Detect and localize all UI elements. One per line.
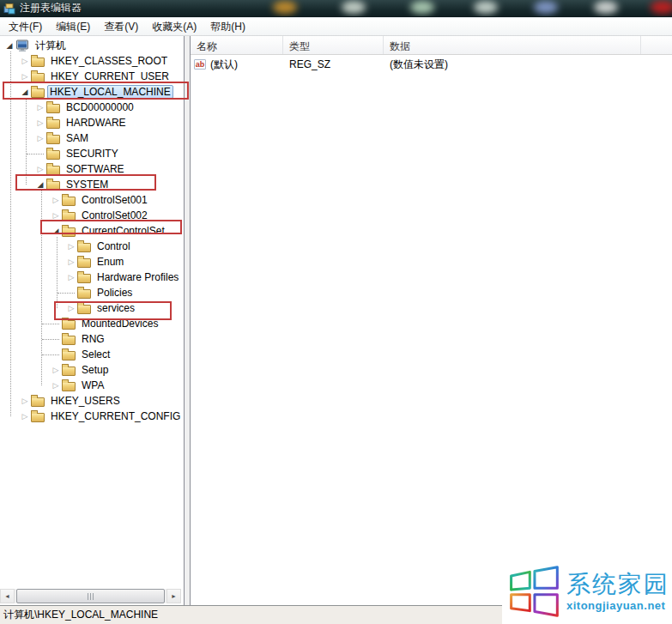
registry-editor-window: 注册表编辑器 文件(F)编辑(E)查看(V)收藏夹(A)帮助(H) ◢计算机▷H… xyxy=(0,0,672,624)
tree-horizontal-scrollbar[interactable]: ◄ ► xyxy=(0,589,181,603)
tree-item-label: RNG xyxy=(79,332,107,346)
expand-closed-icon[interactable]: ▷ xyxy=(50,194,62,206)
expand-closed-icon[interactable]: ▷ xyxy=(34,163,46,175)
tree-item-label: HARDWARE xyxy=(64,116,129,130)
expand-closed-icon[interactable]: ▷ xyxy=(65,302,77,314)
scroll-left-button[interactable]: ◄ xyxy=(0,589,15,603)
expand-closed-icon[interactable]: ▷ xyxy=(34,101,46,113)
tree-item-HARDWARE[interactable]: ▷HARDWARE xyxy=(0,115,184,130)
menu-item[interactable]: 查看(V) xyxy=(97,17,145,37)
watermark-site-name: 系统家园 xyxy=(566,573,669,597)
tree-item-label: SAM xyxy=(64,131,91,145)
tree-item-ControlSet001[interactable]: ▷ControlSet001 xyxy=(0,192,184,208)
title-bar: 注册表编辑器 xyxy=(0,0,672,17)
menu-item[interactable]: 帮助(H) xyxy=(203,17,252,37)
folder-icon xyxy=(77,289,91,299)
expand-closed-icon[interactable]: ▷ xyxy=(50,364,62,376)
folder-icon xyxy=(77,258,91,268)
expand-open-icon[interactable]: ◢ xyxy=(19,86,31,98)
column-header[interactable]: 数据 xyxy=(384,36,641,54)
expand-closed-icon[interactable]: ▷ xyxy=(19,395,31,407)
tree-item-label: WPA xyxy=(79,379,106,392)
value-data-cell: (数值未设置) xyxy=(384,58,641,72)
windows-logo-icon xyxy=(506,563,562,620)
folder-icon xyxy=(62,197,76,206)
panel-splitter[interactable] xyxy=(184,36,191,605)
expand-closed-icon[interactable]: ▷ xyxy=(65,240,77,252)
tree-item-label: HKEY_CURRENT_USER xyxy=(48,70,172,83)
folder-icon xyxy=(46,166,60,175)
tree-item-Select[interactable]: Select xyxy=(0,347,184,362)
folder-icon xyxy=(31,413,45,422)
tree-item-label: SOFTWARE xyxy=(64,162,127,176)
expand-closed-icon[interactable]: ▷ xyxy=(34,132,46,144)
folder-icon xyxy=(62,351,76,360)
folder-icon xyxy=(77,243,91,252)
folder-icon xyxy=(46,150,60,160)
menu-item[interactable]: 文件(F) xyxy=(2,17,49,37)
tree-item-SECURITY[interactable]: SECURITY xyxy=(0,146,184,161)
registry-value-row[interactable]: ab(默认)REG_SZ(数值未设置) xyxy=(191,57,672,72)
values-panel: 名称类型数据 ab(默认)REG_SZ(数值未设置) xyxy=(191,36,672,605)
tree-item-BCD00000000[interactable]: ▷BCD00000000 xyxy=(0,100,184,115)
tree-item-RNG[interactable]: RNG xyxy=(0,331,184,347)
menu-item[interactable]: 编辑(E) xyxy=(49,17,97,37)
desktop-blur-blob xyxy=(474,1,498,14)
scroll-right-button[interactable]: ► xyxy=(166,589,181,603)
scrollbar-thumb[interactable] xyxy=(16,589,165,603)
expand-closed-icon[interactable]: ▷ xyxy=(50,379,62,391)
tree-item-label: HKEY_USERS xyxy=(48,394,123,408)
folder-icon xyxy=(62,367,76,376)
tree-item-Policies[interactable]: Policies xyxy=(0,285,184,300)
tree-item-Enum[interactable]: ▷Enum xyxy=(0,254,184,270)
folder-icon xyxy=(31,58,45,67)
tree-item-services[interactable]: ▷services xyxy=(0,300,184,316)
folder-icon xyxy=(31,73,45,82)
expand-closed-icon[interactable]: ▷ xyxy=(19,410,31,422)
tree-item-label: ControlSet001 xyxy=(79,193,150,207)
tree-item-Control[interactable]: ▷Control xyxy=(0,239,184,254)
tree-item-label: ControlSet002 xyxy=(79,209,150,222)
tree-item-HKEY_LOCAL_MACHINE[interactable]: ◢HKEY_LOCAL_MACHINE xyxy=(0,84,184,100)
tree-item-SOFTWARE[interactable]: ▷SOFTWARE xyxy=(0,161,184,177)
expand-closed-icon[interactable]: ▷ xyxy=(34,117,46,129)
desktop-blur-blob xyxy=(594,1,618,14)
tree-item-MountedDevices[interactable]: MountedDevices xyxy=(0,316,184,331)
tree-item-计算机[interactable]: ◢计算机 xyxy=(0,38,184,53)
registry-app-icon xyxy=(3,3,15,15)
tree-item-Setup[interactable]: ▷Setup xyxy=(0,362,184,378)
folder-icon xyxy=(62,320,76,330)
folder-icon xyxy=(46,181,60,191)
tree-item-WPA[interactable]: ▷WPA xyxy=(0,378,184,393)
column-header[interactable]: 名称 xyxy=(191,36,283,54)
expand-open-icon[interactable]: ◢ xyxy=(50,225,62,237)
expand-closed-icon[interactable]: ▷ xyxy=(65,271,77,283)
expand-closed-icon[interactable]: ▷ xyxy=(50,209,62,221)
tree-item-HKEY_CURRENT_USER[interactable]: ▷HKEY_CURRENT_USER xyxy=(0,69,184,84)
tree-item-label: HKEY_CLASSES_ROOT xyxy=(48,54,170,68)
column-header-filler xyxy=(641,36,672,54)
tree-item-SYSTEM[interactable]: ◢SYSTEM xyxy=(0,177,184,192)
expand-closed-icon[interactable]: ▷ xyxy=(65,256,77,268)
tree-item-label: services xyxy=(94,301,137,315)
tree-item-CurrentControlSet[interactable]: ◢CurrentControlSet xyxy=(0,223,184,239)
tree-item-HKEY_CLASSES_ROOT[interactable]: ▷HKEY_CLASSES_ROOT xyxy=(0,53,184,69)
expand-open-icon[interactable]: ◢ xyxy=(34,179,46,191)
expand-closed-icon[interactable]: ▷ xyxy=(19,70,31,82)
tree-item-HKEY_USERS[interactable]: ▷HKEY_USERS xyxy=(0,393,184,409)
tree-item-SAM[interactable]: ▷SAM xyxy=(0,130,184,146)
tree-item-Hardware Profiles[interactable]: ▷Hardware Profiles xyxy=(0,270,184,285)
folder-icon xyxy=(62,336,76,345)
expand-closed-icon[interactable]: ▷ xyxy=(19,55,31,67)
column-header[interactable]: 类型 xyxy=(283,36,384,54)
menu-item[interactable]: 收藏夹(A) xyxy=(145,17,203,37)
value-name: (默认) xyxy=(210,58,238,72)
expand-open-icon[interactable]: ◢ xyxy=(3,39,15,51)
desktop-blur-blob xyxy=(273,1,297,14)
column-headers: 名称类型数据 xyxy=(191,36,672,55)
tree-item-HKEY_CURRENT_CONFIG[interactable]: ▷HKEY_CURRENT_CONFIG xyxy=(0,409,184,424)
watermark-text: 系统家园 xitongjiayuan.net xyxy=(566,573,669,611)
tree-item-label: Control xyxy=(94,239,133,253)
tree-item-label: Policies xyxy=(94,286,135,300)
tree-item-ControlSet002[interactable]: ▷ControlSet002 xyxy=(0,208,184,223)
